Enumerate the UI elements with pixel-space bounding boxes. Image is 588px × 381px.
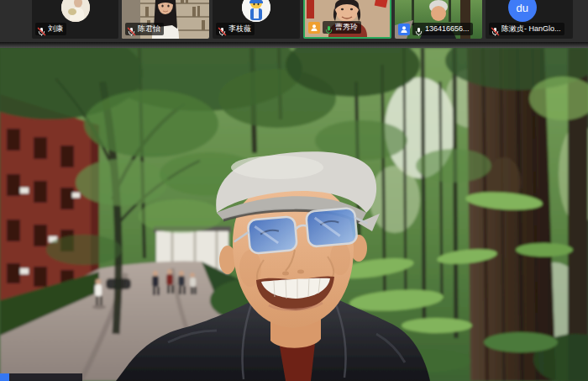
participant-name: 陈漱贞- HanGlo... <box>501 24 561 34</box>
participant-name: 刘康 <box>48 24 63 34</box>
participant-name: 136416656... <box>425 24 470 34</box>
mic-muted-icon <box>37 24 46 34</box>
name-pill: 陈君怡 <box>125 23 164 35</box>
participant-tile-4-active-speaker[interactable]: 曹秀玲 <box>303 0 391 39</box>
meeting-window: 刘康 陈君怡 <box>0 0 588 381</box>
name-pill: 136416656... <box>412 23 473 35</box>
mic-muted-icon <box>127 24 136 34</box>
name-pill: 李枝薇 <box>216 23 255 35</box>
participant-tile-1[interactable]: 刘康 <box>32 0 118 39</box>
avatar-cartoon-illustration <box>242 0 270 22</box>
participant-name: 曹秀玲 <box>335 23 358 32</box>
participant-tile-3[interactable]: 李枝薇 <box>213 0 300 39</box>
main-speaker-video[interactable] <box>0 48 588 381</box>
mic-muted-icon <box>218 24 227 34</box>
host-person-badge-icon <box>308 22 320 34</box>
participant-tile-5-self[interactable]: 136416656... <box>395 0 482 39</box>
avatar <box>242 0 270 22</box>
self-person-badge-icon <box>398 24 410 35</box>
mic-active-icon <box>324 23 333 32</box>
participant-tile-6[interactable]: du 陈漱贞- HanGlo... <box>486 0 573 39</box>
participant-filmstrip: 刘康 陈君怡 <box>0 0 588 42</box>
name-pill: 陈漱贞- HanGlo... <box>489 23 564 35</box>
participant-tile-2[interactable]: 陈君怡 <box>122 0 209 39</box>
name-pill: 曹秀玲 <box>323 21 361 34</box>
main-video-name-label-clipped <box>0 373 82 381</box>
avatar-initials: du <box>508 0 537 22</box>
mic-muted-icon <box>491 24 500 34</box>
mic-on-icon <box>414 24 423 34</box>
avatar <box>61 0 90 22</box>
avatar-initials-text: du <box>516 2 528 14</box>
name-pill: 刘康 <box>35 23 66 35</box>
main-video-scene <box>0 48 588 381</box>
participant-name: 陈君怡 <box>138 24 160 34</box>
strip-divider <box>0 42 588 48</box>
self-person-badge-icon <box>0 373 9 381</box>
participant-name: 李枝薇 <box>228 24 251 34</box>
avatar-photo-illustration <box>61 0 90 22</box>
